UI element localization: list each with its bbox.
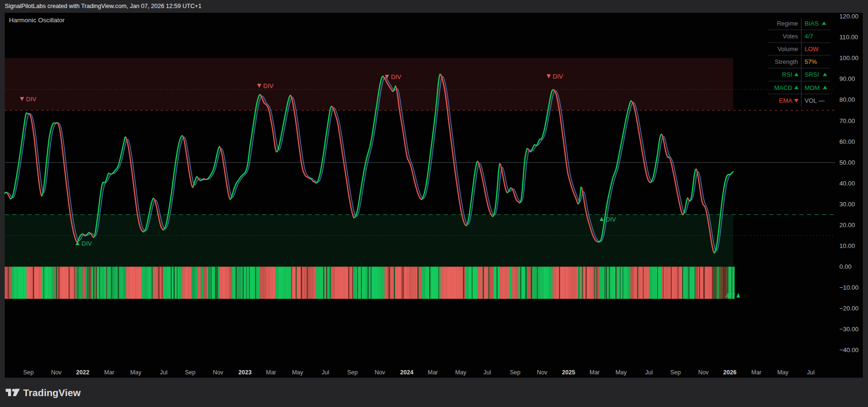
svg-text:57%: 57% [805,58,817,65]
svg-text:2024: 2024 [400,369,413,376]
svg-text:30.00: 30.00 [840,201,855,208]
svg-text:100.00: 100.00 [840,54,859,62]
svg-text:Jul: Jul [322,369,329,376]
svg-text:May: May [130,369,141,376]
svg-text:Nov: Nov [375,369,386,376]
svg-text:Mar: Mar [428,369,438,376]
svg-text:Jul: Jul [807,369,815,376]
svg-text:90.00: 90.00 [840,75,855,82]
svg-text:−40.00: −40.00 [840,346,859,354]
svg-text:−10.00: −10.00 [840,284,859,291]
svg-text:2023: 2023 [238,369,252,376]
svg-text:Nov: Nov [698,369,709,376]
svg-text:Sep: Sep [670,369,681,376]
svg-text:May: May [292,369,303,376]
svg-text:Votes: Votes [782,33,798,40]
svg-text:80.00: 80.00 [840,96,855,103]
svg-text:Sep: Sep [185,369,195,376]
svg-text:−30.00: −30.00 [840,326,859,333]
svg-text:Regime: Regime [777,20,798,27]
svg-text:4/7: 4/7 [805,33,813,40]
svg-text:20.00: 20.00 [840,221,855,229]
svg-text:4/7: 4/7 [726,292,736,300]
svg-text:60.00: 60.00 [840,138,855,145]
svg-text:Jul: Jul [483,369,491,376]
svg-text:2025: 2025 [562,369,575,376]
svg-text:2026: 2026 [723,369,736,376]
svg-text:110.00: 110.00 [840,34,858,41]
svg-text:Jul: Jul [160,369,167,376]
svg-text:May: May [615,369,627,376]
svg-text:50.00: 50.00 [840,159,855,166]
svg-text:Harmonic Oscillator: Harmonic Oscillator [9,17,65,24]
svg-text:70.00: 70.00 [840,117,855,124]
svg-text:120.00: 120.00 [840,13,859,20]
svg-text:May: May [455,369,466,376]
svg-text:EMA: EMA [779,97,793,104]
svg-text:Nov: Nov [537,369,548,376]
svg-text:RSI: RSI [782,71,792,78]
svg-text:MOM: MOM [805,84,820,91]
svg-text:Mar: Mar [104,369,114,376]
svg-text:Jul: Jul [645,369,653,376]
svg-text:Sep: Sep [510,369,520,376]
svg-text:VOL —: VOL — [805,97,824,104]
svg-text:Mar: Mar [266,369,276,376]
svg-text:DIV: DIV [263,82,274,89]
svg-text:DIV: DIV [606,216,616,223]
svg-text:DIV: DIV [26,96,36,103]
svg-text:0.00: 0.00 [840,263,852,270]
svg-text:Volume: Volume [778,45,798,53]
svg-text:40.00: 40.00 [840,180,855,187]
svg-text:Mar: Mar [589,369,600,376]
svg-text:SRSI: SRSI [805,71,819,78]
svg-text:BIAS: BIAS [805,20,819,27]
svg-text:MACD: MACD [774,84,792,91]
svg-text:Nov: Nov [213,369,224,376]
svg-text:2022: 2022 [76,369,89,376]
svg-text:Sep: Sep [347,369,358,376]
svg-text:May: May [777,369,789,376]
svg-text:Sep: Sep [23,369,34,376]
svg-text:LOW: LOW [805,45,819,53]
svg-text:DIV: DIV [391,73,402,80]
svg-text:DIV: DIV [82,240,92,247]
svg-text:DIV: DIV [553,73,563,80]
svg-text:Nov: Nov [51,369,62,376]
svg-text:−20.00: −20.00 [840,305,859,312]
svg-text:Strength: Strength [775,58,798,65]
svg-text:Mar: Mar [751,369,762,376]
svg-text:10.00: 10.00 [840,242,855,249]
